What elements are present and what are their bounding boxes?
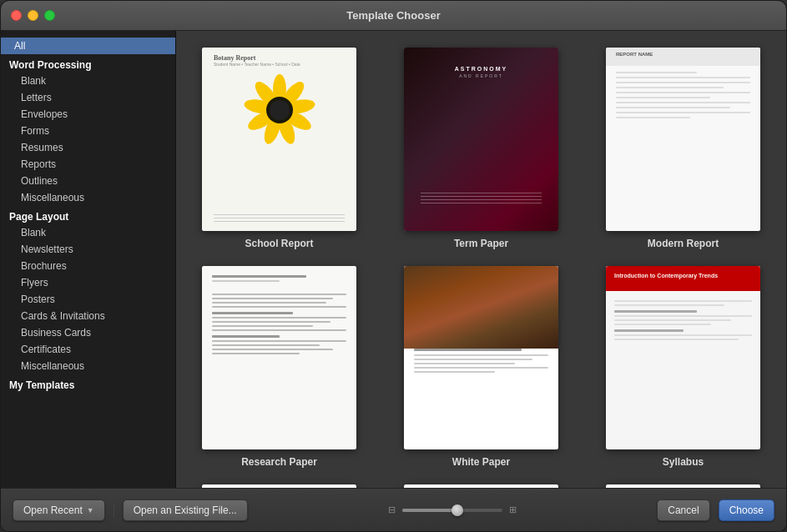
open-existing-button[interactable]: Open an Existing File... bbox=[123, 499, 248, 521]
template-item-research-paper[interactable]: Research Paper bbox=[189, 266, 370, 468]
sidebar-category-word-processing: Word Processing bbox=[1, 54, 175, 73]
sidebar-item-resumes[interactable]: Resumes bbox=[1, 139, 175, 156]
sidebar-item-certificates[interactable]: Certificates bbox=[1, 341, 175, 358]
template-thumb-syllabus[interactable]: Introduction to Contemporary Trends bbox=[606, 266, 760, 449]
template-grid: Botany Report Student Name • Teacher Nam… bbox=[189, 48, 774, 488]
slider-thumb[interactable] bbox=[452, 504, 463, 516]
template-label-school-report: School Report bbox=[245, 238, 313, 249]
button-divider bbox=[114, 503, 114, 518]
template-thumb-term-paper[interactable]: ASTRONOMY AND REPORT bbox=[404, 48, 558, 231]
traffic-lights bbox=[11, 10, 55, 21]
sidebar-item-blank1[interactable]: Blank bbox=[1, 73, 175, 89]
sidebar-item-newsletters[interactable]: Newsletters bbox=[1, 241, 175, 258]
sidebar-category-my-templates: My Templates bbox=[1, 374, 175, 393]
main-content: All Word Processing Blank Letters Envelo… bbox=[1, 31, 786, 488]
cancel-label: Cancel bbox=[668, 504, 699, 516]
zoom-slider[interactable] bbox=[402, 509, 502, 512]
template-area: Botany Report Student Name • Teacher Nam… bbox=[176, 31, 786, 488]
template-label-term-paper: Term Paper bbox=[454, 238, 508, 249]
template-item-term-paper[interactable]: ASTRONOMY AND REPORT Term Paper bbox=[391, 48, 572, 249]
template-chooser-window: Template Chooser All Word Processing Bla… bbox=[0, 0, 787, 532]
sidebar-item-envelopes[interactable]: Envelopes bbox=[1, 106, 175, 123]
sidebar-item-posters[interactable]: Posters bbox=[1, 291, 175, 308]
template-label-syllabus: Syllabus bbox=[663, 456, 704, 468]
sidebar-item-cards-invitations[interactable]: Cards & Invitations bbox=[1, 308, 175, 324]
slider-fill bbox=[402, 509, 457, 512]
minimize-button[interactable] bbox=[28, 10, 38, 21]
template-thumb-modern-report[interactable]: REPORT NAME bbox=[606, 48, 760, 231]
sidebar-item-all[interactable]: All bbox=[1, 38, 175, 54]
sidebar-item-letters[interactable]: Letters bbox=[1, 89, 175, 106]
maximize-button[interactable] bbox=[44, 10, 55, 21]
sidebar-item-outlines[interactable]: Outlines bbox=[1, 173, 175, 189]
template-thumb-partial3[interactable] bbox=[606, 484, 760, 488]
zoom-in-icon: ⊞ bbox=[509, 504, 517, 515]
cancel-btn-area: Cancel bbox=[657, 499, 709, 521]
choose-label: Choose bbox=[729, 504, 764, 516]
template-item-school-report[interactable]: Botany Report Student Name • Teacher Nam… bbox=[189, 48, 370, 249]
template-item-partial3[interactable] bbox=[593, 484, 774, 488]
template-thumb-white-paper[interactable] bbox=[404, 266, 558, 449]
close-button[interactable] bbox=[11, 10, 22, 21]
sidebar-item-blank2[interactable]: Blank bbox=[1, 224, 175, 241]
template-thumb-partial2[interactable] bbox=[404, 484, 558, 488]
sidebar-item-reports[interactable]: Reports bbox=[1, 156, 175, 173]
svg-point-10 bbox=[270, 100, 290, 120]
sidebar-item-business-cards[interactable]: Business Cards bbox=[1, 324, 175, 341]
template-item-partial1[interactable]: Title bbox=[189, 484, 370, 488]
sidebar-category-page-layout: Page Layout bbox=[1, 206, 175, 224]
zoom-out-icon: ⊟ bbox=[388, 504, 396, 515]
cancel-button[interactable]: Cancel bbox=[657, 499, 709, 521]
template-label-modern-report: Modern Report bbox=[648, 238, 719, 249]
window-title: Template Chooser bbox=[346, 9, 440, 22]
sidebar-item-flyers[interactable]: Flyers bbox=[1, 274, 175, 291]
dropdown-arrow-icon: ▼ bbox=[87, 506, 94, 514]
zoom-slider-area: ⊟ ⊞ bbox=[256, 504, 649, 515]
sidebar-item-misc2[interactable]: Miscellaneous bbox=[1, 358, 175, 374]
template-label-research-paper: Research Paper bbox=[241, 456, 317, 468]
template-item-modern-report[interactable]: REPORT NAME bbox=[593, 48, 774, 249]
template-item-white-paper[interactable]: White Paper bbox=[391, 266, 572, 468]
sidebar-item-brochures[interactable]: Brochures bbox=[1, 258, 175, 274]
sidebar-item-misc1[interactable]: Miscellaneous bbox=[1, 189, 175, 206]
choose-button[interactable]: Choose bbox=[719, 499, 774, 521]
template-label-white-paper: White Paper bbox=[452, 456, 510, 468]
template-thumb-research-paper[interactable] bbox=[202, 266, 356, 449]
open-recent-label: Open Recent bbox=[23, 504, 83, 516]
open-recent-button[interactable]: Open Recent ▼ bbox=[13, 499, 105, 521]
sidebar: All Word Processing Blank Letters Envelo… bbox=[1, 31, 176, 488]
template-item-syllabus[interactable]: Introduction to Contemporary Trends bbox=[593, 266, 774, 468]
titlebar: Template Chooser bbox=[1, 1, 786, 31]
open-existing-label: Open an Existing File... bbox=[134, 504, 237, 516]
template-item-partial2[interactable] bbox=[391, 484, 572, 488]
template-thumb-school-report[interactable]: Botany Report Student Name • Teacher Nam… bbox=[202, 48, 356, 231]
sidebar-item-forms[interactable]: Forms bbox=[1, 123, 175, 139]
bottom-bar: Open Recent ▼ Open an Existing File... ⊟… bbox=[1, 488, 786, 531]
template-thumb-partial1[interactable]: Title bbox=[202, 484, 356, 488]
